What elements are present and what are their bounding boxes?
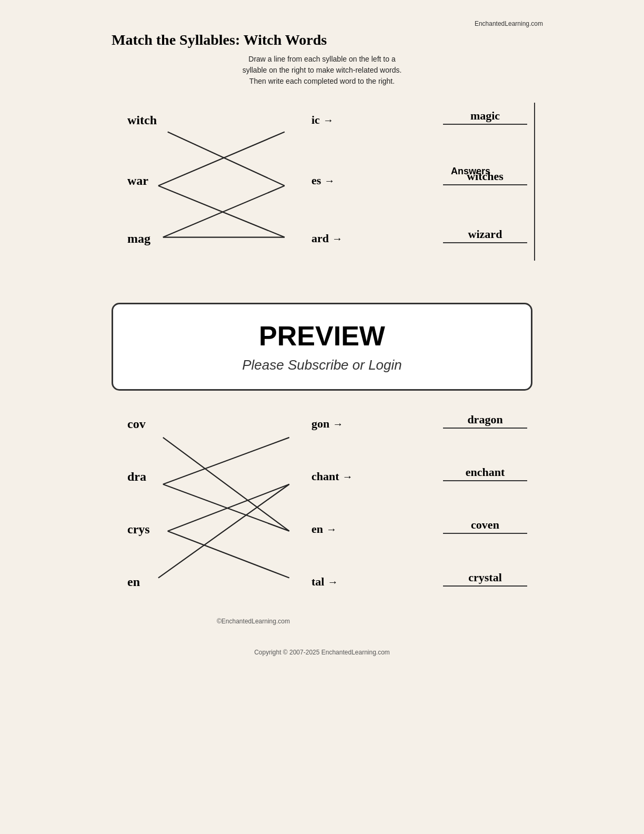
svg-line-3 xyxy=(158,186,285,237)
syllable-crys: crys xyxy=(127,522,150,537)
top-section: witch war mag ic → es → ard → magic witc… xyxy=(112,97,532,297)
svg-line-6 xyxy=(163,438,289,484)
answer-crystal: crystal xyxy=(443,571,527,587)
syllable-war: war xyxy=(127,174,148,188)
arrow-tal: → xyxy=(327,576,338,588)
syllable-dra: dra xyxy=(127,470,146,484)
arrow-es: → xyxy=(324,175,335,187)
arrow-en: → xyxy=(326,523,337,535)
page-title: Match the Syllables: Witch Words xyxy=(112,32,532,48)
svg-line-0 xyxy=(168,132,285,186)
syllable-es: es → xyxy=(311,174,335,187)
answer-witches: witches xyxy=(443,170,527,185)
preview-title: PREVIEW xyxy=(124,320,520,352)
arrow-gon: → xyxy=(333,418,343,430)
syllable-mag: mag xyxy=(127,232,150,246)
syllable-witch: witch xyxy=(127,113,157,127)
svg-line-4 xyxy=(163,186,285,237)
answer-coven: coven xyxy=(443,518,527,534)
svg-line-8 xyxy=(158,484,289,578)
page: EnchantedLearning.com Match the Syllable… xyxy=(85,11,559,677)
arrow-chant: → xyxy=(343,471,353,483)
syllable-ic: ic → xyxy=(311,113,334,127)
arrow-ard: → xyxy=(332,233,343,245)
answer-enchant: enchant xyxy=(443,465,527,481)
syllable-gon: gon → xyxy=(311,417,343,431)
answer-dragon: dragon xyxy=(443,413,527,429)
syllable-chant: chant → xyxy=(311,470,353,483)
preview-subtitle: Please Subscribe or Login xyxy=(124,357,520,373)
svg-line-9 xyxy=(163,484,289,531)
svg-line-1 xyxy=(158,132,285,186)
answer-wizard: wizard xyxy=(443,227,527,243)
svg-line-7 xyxy=(168,531,289,578)
syllable-en-right: en → xyxy=(311,522,337,536)
answer-magic: magic xyxy=(443,109,527,125)
svg-line-10 xyxy=(168,484,289,531)
syllable-en: en xyxy=(127,575,140,589)
svg-line-5 xyxy=(163,438,289,531)
syllable-tal: tal → xyxy=(311,575,338,589)
syllable-ard: ard → xyxy=(311,232,343,245)
site-url: EnchantedLearning.com xyxy=(475,20,543,27)
copyright-bottom: ©EnchantedLearning.com xyxy=(217,618,290,625)
footer-copyright: Copyright © 2007-2025 EnchantedLearning.… xyxy=(112,643,532,656)
arrow-ic: → xyxy=(323,114,334,126)
instructions: Draw a line from each syllable on the le… xyxy=(112,54,532,87)
bottom-section: cov dra crys en gon → chant → en → tal → xyxy=(112,406,532,628)
preview-box: PREVIEW Please Subscribe or Login xyxy=(112,303,532,391)
syllable-cov: cov xyxy=(127,417,146,431)
